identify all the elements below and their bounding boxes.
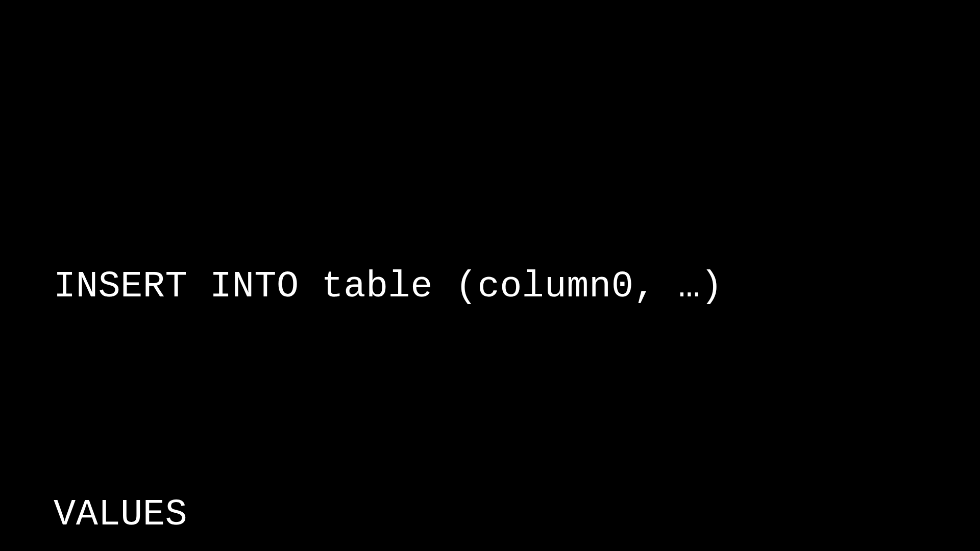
sql-code-block: INSERT INTO table (column0, …) VALUES (v… [54,97,929,551]
code-line-2: VALUES [54,477,929,551]
code-line-1: INSERT INTO table (column0, …) [54,249,929,325]
slide-container: INSERT INTO table (column0, …) VALUES (v… [0,0,980,551]
